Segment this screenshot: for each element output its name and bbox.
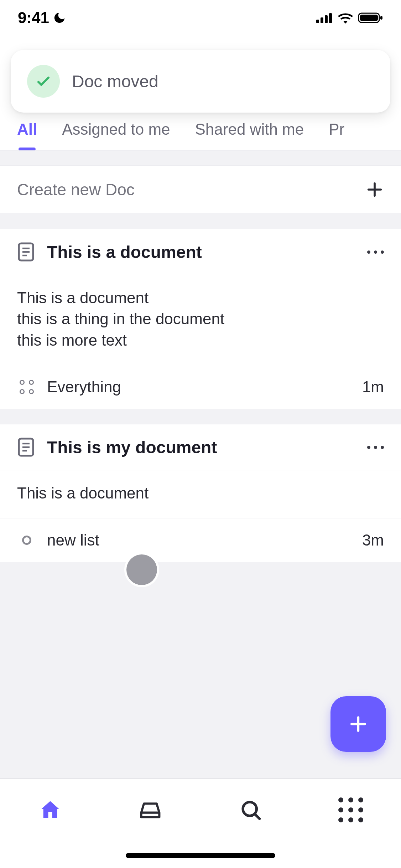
tab-all[interactable]: All <box>17 117 37 150</box>
apps-grid-icon <box>338 797 363 822</box>
svg-line-16 <box>255 814 259 818</box>
home-indicator[interactable] <box>126 853 275 858</box>
status-time: 9:41 <box>18 9 49 27</box>
tab-assigned-to-me[interactable]: Assigned to me <box>62 117 170 150</box>
doc-card[interactable]: This is my document This is a document n… <box>0 424 401 562</box>
doc-more-button[interactable] <box>363 446 384 449</box>
more-horizontal-icon <box>363 250 384 254</box>
doc-location-label[interactable]: new list <box>47 531 351 549</box>
doc-preview-line: This is a document <box>17 287 384 308</box>
tabs: All Assigned to me Shared with me Pr <box>0 106 401 151</box>
doc-title: This is my document <box>47 438 350 457</box>
status-bar-left: 9:41 <box>18 9 66 27</box>
battery-icon <box>358 12 383 24</box>
svg-rect-6 <box>380 16 382 20</box>
inbox-icon <box>139 800 162 820</box>
tab-private-truncated[interactable]: Pr <box>329 117 344 150</box>
nav-inbox[interactable] <box>129 794 172 826</box>
svg-rect-3 <box>329 13 332 23</box>
wifi-icon <box>338 12 353 24</box>
doc-preview: This is a document <box>0 470 401 518</box>
doc-preview-line: this is a thing in the document <box>17 308 384 329</box>
document-icon <box>17 242 35 262</box>
create-new-doc-row[interactable]: Create new Doc <box>0 165 401 214</box>
header-block: Doc moved All Assigned to me Shared with… <box>0 36 401 151</box>
plus-icon <box>347 713 370 735</box>
status-bar-right <box>316 12 383 24</box>
list-icon <box>17 531 36 550</box>
nav-search[interactable] <box>229 794 272 826</box>
bottom-nav <box>0 778 401 868</box>
search-icon <box>239 798 262 822</box>
tab-shared-with-me[interactable]: Shared with me <box>195 117 304 150</box>
doc-header: This is my document <box>0 424 401 470</box>
doc-time: 1m <box>362 378 384 396</box>
touch-indicator-icon <box>126 554 157 585</box>
doc-footer: new list 3m <box>0 518 401 562</box>
doc-footer: Everything 1m <box>0 365 401 409</box>
doc-preview-line: this is more text <box>17 330 384 351</box>
check-icon <box>27 65 60 98</box>
svg-rect-5 <box>360 15 378 21</box>
toast-message: Doc moved <box>72 72 158 91</box>
moon-icon <box>53 11 66 25</box>
create-new-doc-label: Create new Doc <box>17 180 135 199</box>
screen: 9:41 Doc moved All <box>0 0 401 868</box>
doc-more-button[interactable] <box>363 250 384 254</box>
toast-doc-moved[interactable]: Doc moved <box>11 50 390 113</box>
doc-preview-line: This is a document <box>17 482 384 503</box>
doc-header: This is a document <box>0 229 401 275</box>
plus-icon <box>365 180 384 199</box>
document-icon <box>17 437 35 457</box>
doc-title: This is a document <box>47 242 350 262</box>
doc-time: 3m <box>362 531 384 549</box>
cellular-icon <box>316 12 333 23</box>
fab-create-button[interactable] <box>330 696 386 752</box>
home-icon <box>38 798 62 822</box>
doc-card[interactable]: This is a document This is a document th… <box>0 229 401 409</box>
nav-apps[interactable] <box>329 794 372 826</box>
svg-rect-0 <box>316 20 319 23</box>
svg-rect-2 <box>325 15 328 23</box>
everything-icon <box>17 377 36 397</box>
doc-preview: This is a document this is a thing in th… <box>0 275 401 365</box>
doc-location-label[interactable]: Everything <box>47 378 351 396</box>
status-bar: 9:41 <box>0 0 401 36</box>
nav-home[interactable] <box>29 794 72 826</box>
svg-rect-1 <box>321 17 323 23</box>
more-horizontal-icon <box>363 446 384 449</box>
